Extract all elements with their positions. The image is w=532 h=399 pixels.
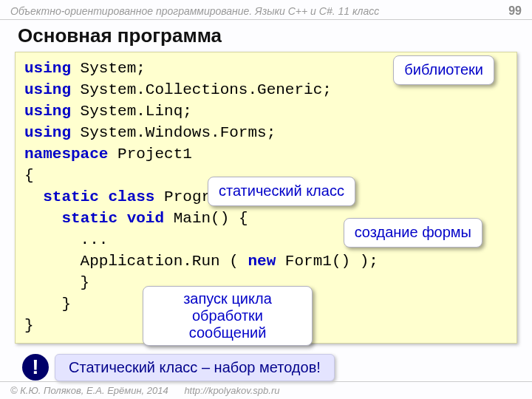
footer-url: http://kpolyakov.spb.ru [184,385,279,396]
slide-footer: © К.Ю. Поляков, Е.А. Ерёмин, 2014 http:/… [0,381,532,399]
copyright: © К.Ю. Поляков, Е.А. Ерёмин, 2014 [10,385,168,396]
exclamation-icon: ! [22,354,49,381]
note-row: ! Статический класс – набор методов! [22,354,517,381]
callout-libraries: библиотеки [393,55,494,85]
course-title: Объектно-ориентированное программировани… [10,5,379,17]
callout-create-form: создание формы [344,218,482,248]
callout-message-loop: запуск цикла обработки сообщений [143,286,313,346]
page-number: 99 [508,4,522,18]
note-text: Статический класс – набор методов! [55,354,335,381]
slide-title: Основная программа [0,20,532,52]
code-block: using System; using System.Collections.G… [15,52,517,344]
callout-static-class: статический класс [208,177,355,206]
slide-header: Объектно-ориентированное программировани… [0,0,532,20]
